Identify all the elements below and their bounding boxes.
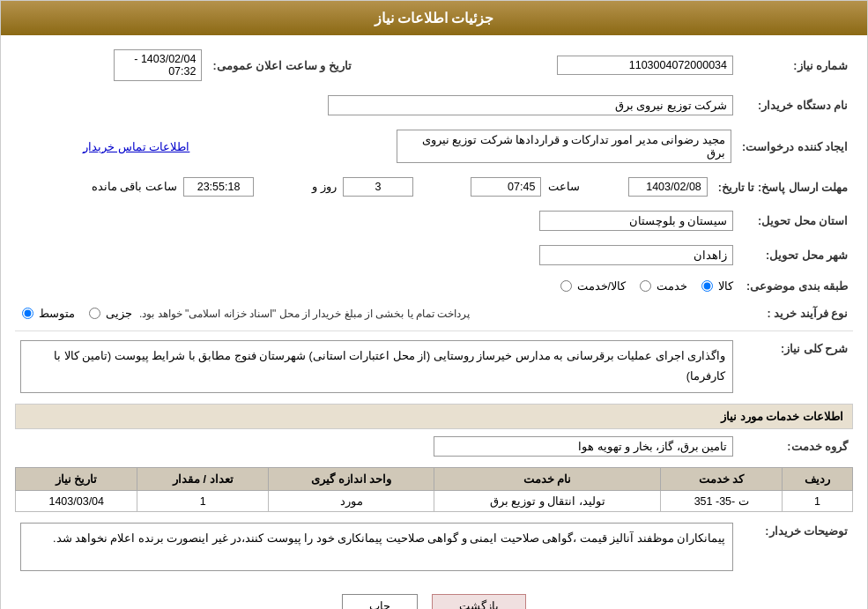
response-date-value: 1403/02/08 xyxy=(628,177,708,197)
creator-label: ایجاد کننده درخواست: xyxy=(737,126,853,167)
category-radio-group: کالا/خدمت خدمت کالا xyxy=(559,279,733,293)
response-time-label: ساعت xyxy=(548,181,580,193)
process-radio-group: متوسط جزیی xyxy=(20,307,132,320)
process-label: نوع فرآیند خرید : xyxy=(738,303,853,323)
buyer-name-label: نام دستگاه خریدار: xyxy=(738,92,853,119)
category-option-khadamat[interactable]: خدمت xyxy=(638,279,687,293)
general-desc-value: واگذاری اجرای عملیات برقرسانی به مدارس خ… xyxy=(20,340,733,393)
service-group-label: گروه خدمت: xyxy=(738,433,853,460)
response-day-label: روز و xyxy=(312,181,336,193)
province-label: استان محل تحویل: xyxy=(738,207,853,234)
process-label-small: جزیی xyxy=(106,307,132,320)
city-value: زاهدان xyxy=(539,245,733,265)
creator-contact-link[interactable]: اطلاعات تماس خریدار xyxy=(83,141,189,153)
col-unit: واحد اندازه گیری xyxy=(269,468,434,491)
need-number-value: 1103004072000034 xyxy=(557,56,733,75)
announce-datetime-value: 1403/02/04 - 07:32 xyxy=(114,49,202,81)
col-code: کد خدمت xyxy=(661,468,783,491)
col-qty: تعداد / مقدار xyxy=(137,468,269,491)
back-button[interactable]: بازگشت xyxy=(432,594,526,609)
response-remaining-label: ساعت باقی مانده xyxy=(92,181,177,193)
buyer-notes-label: توضیحات خریدار: xyxy=(738,519,853,575)
buyer-name-value: شرکت توزیع نیروی برق xyxy=(328,95,733,115)
col-row: ردیف xyxy=(782,468,852,491)
print-button[interactable]: چاپ xyxy=(342,594,418,609)
category-label-kala: کالا xyxy=(718,279,733,293)
need-number-label: شماره نیاز: xyxy=(738,46,853,85)
table-cell: 1 xyxy=(137,491,269,512)
category-label: طبقه بندی موضوعی: xyxy=(738,276,853,296)
city-label: شهر محل تحویل: xyxy=(738,241,853,269)
page-header: جزئیات اطلاعات نیاز xyxy=(1,1,867,35)
table-cell: ت -35- 351 xyxy=(661,491,783,512)
response-deadline-label: مهلت ارسال پاسخ: تا تاریخ: xyxy=(713,174,853,200)
response-remaining-value: 23:55:18 xyxy=(183,177,254,197)
response-days-value: 3 xyxy=(343,177,413,197)
buyer-notes-value: پیمانکاران موظفند آنالیز قیمت ،گواهی صلا… xyxy=(20,523,733,571)
col-name: نام خدمت xyxy=(434,468,661,491)
category-label-khadamat: خدمت xyxy=(657,279,687,293)
creator-value: مجید رضوانی مدیر امور تدارکات و قرارداده… xyxy=(397,130,731,163)
category-label-kala-khadamat: کالا/خدمت xyxy=(577,279,626,293)
table-cell: تولید، انتقال و توزیع برق xyxy=(434,491,661,512)
services-section-header: اطلاعات خدمات مورد نیاز xyxy=(15,404,853,429)
process-option-medium[interactable]: متوسط xyxy=(20,307,75,320)
process-label-medium: متوسط xyxy=(39,307,75,320)
divider-1 xyxy=(15,330,853,331)
table-cell: 1403/03/04 xyxy=(16,491,137,512)
col-date: تاریخ نیاز xyxy=(16,468,137,491)
table-cell: مورد xyxy=(269,491,434,512)
table-cell: 1 xyxy=(782,491,852,512)
general-desc-label: شرح کلی نیاز: xyxy=(738,337,853,397)
services-table: ردیف کد خدمت نام خدمت واحد اندازه گیری ت… xyxy=(15,467,853,512)
table-row: 1ت -35- 351تولید، انتقال و توزیع برقمورد… xyxy=(16,491,853,512)
announce-datetime-label: تاریخ و ساعت اعلان عمومی: xyxy=(207,46,356,85)
service-group-value: تامین برق، گاز، بخار و تهویه هوا xyxy=(434,436,733,457)
page-title: جزئیات اطلاعات نیاز xyxy=(375,11,494,26)
response-time-value: 07:45 xyxy=(471,177,541,197)
category-option-kala-khadamat[interactable]: کالا/خدمت xyxy=(559,279,626,293)
process-note: پرداخت تمام یا بخشی از مبلغ خریدار از مح… xyxy=(139,308,470,320)
province-value: سیستان و بلوچستان xyxy=(539,211,733,231)
process-option-small[interactable]: جزیی xyxy=(87,307,132,320)
bottom-buttons: بازگشت چاپ xyxy=(15,582,853,609)
category-option-kala[interactable]: کالا xyxy=(700,279,733,293)
